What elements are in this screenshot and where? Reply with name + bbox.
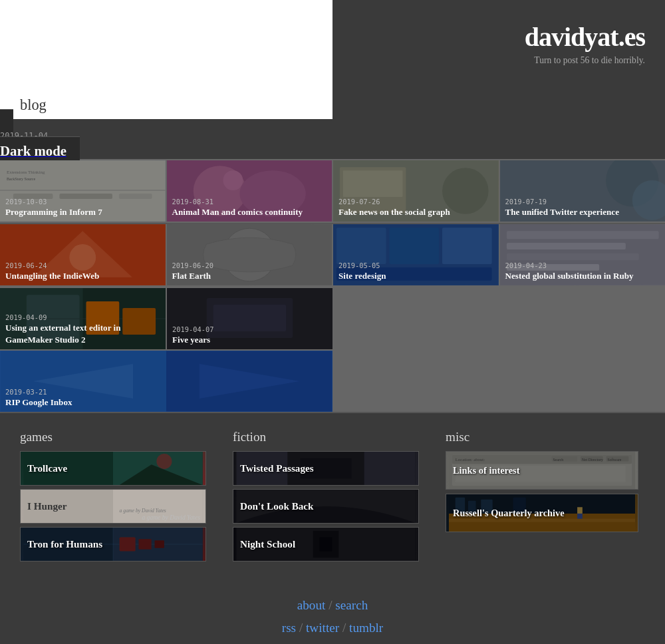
post-twitter-date: 2019-07-19 bbox=[505, 198, 660, 206]
post-googleinbox[interactable]: 2019-03-21 RIP Google Inbox bbox=[0, 351, 332, 412]
post-indieweb-date: 2019-06-24 bbox=[5, 261, 160, 269]
post-gamemakereditor-content: 2019-04-09 Using an external text editor… bbox=[0, 311, 166, 349]
top-left-blank bbox=[0, 0, 332, 86]
top-area: davidyat.es Turn to post 56 to die horri… bbox=[0, 0, 665, 86]
about-link[interactable]: about bbox=[297, 598, 326, 612]
post-flatearth-date: 2019-06-20 bbox=[172, 261, 327, 269]
page-container: davidyat.es Turn to post 56 to die horri… bbox=[0, 0, 665, 644]
game-ihunger[interactable]: a game by David Yates I Hunger a game by… bbox=[20, 489, 206, 524]
games-heading: games bbox=[20, 430, 213, 444]
post-twitter[interactable]: 2019-07-19 The unified Twitter experienc… bbox=[500, 160, 666, 222]
post-indieweb[interactable]: 2019-06-24 Untangling the IndieWeb bbox=[0, 224, 166, 285]
featured-post-date: 2019-11-04 bbox=[0, 131, 665, 140]
post-siteredesign[interactable]: 2019-05-05 Site redesign bbox=[333, 224, 499, 285]
post-inform7[interactable]: Extensions Thinking BackStory Source 201… bbox=[0, 160, 166, 222]
game-ihunger-label: I Hunger bbox=[27, 500, 67, 512]
post-googleinbox-date: 2019-03-21 bbox=[5, 388, 327, 396]
post-fiveyears-title: Five years bbox=[172, 335, 210, 345]
posts-grid-row2: 2019-06-24 Untangling the IndieWeb 2019-… bbox=[0, 223, 665, 287]
games-column: games Trollcave bbox=[0, 430, 226, 565]
fiction-nightschool-label: Night School bbox=[240, 538, 295, 550]
game-trollcave-label: Trollcave bbox=[27, 462, 67, 474]
top-right-header: davidyat.es Turn to post 56 to die horri… bbox=[332, 0, 665, 86]
footer: about / search rss / twitter / tumblr bbox=[0, 565, 665, 644]
post-indieweb-title: Untangling the IndieWeb bbox=[5, 271, 99, 281]
footer-sep1: / bbox=[329, 598, 335, 612]
footer-social-links: rss / twitter / tumblr bbox=[0, 621, 665, 635]
fiction-heading: fiction bbox=[233, 430, 432, 444]
blog-header-right bbox=[332, 86, 665, 119]
post-gamemakereditor[interactable]: 2019-04-09 Using an external text editor… bbox=[0, 288, 166, 349]
post-fiveyears-content: 2019-04-07 Five years bbox=[167, 323, 332, 349]
post-flatearth-title: Flat Earth bbox=[172, 271, 211, 281]
post-animalman[interactable]: 2019-08-31 Animal Man and comics continu… bbox=[167, 160, 332, 222]
blog-header-left: blog bbox=[0, 86, 332, 119]
post-siteredesign-title: Site redesign bbox=[338, 271, 386, 281]
footer-sep2: / bbox=[299, 621, 306, 635]
post-ruby-title: Nested global substitution in Ruby bbox=[505, 271, 634, 281]
post-flatearth-content: 2019-06-20 Flat Earth bbox=[167, 259, 332, 285]
blog-row: blog bbox=[0, 86, 665, 119]
post-googleinbox-title: RIP Google Inbox bbox=[5, 397, 72, 407]
bottom-area: games Trollcave bbox=[0, 413, 665, 565]
fiction-twisted-label: Twisted Passages bbox=[240, 462, 314, 474]
misc-links[interactable]: Location: about: Search Net Directory So… bbox=[446, 451, 638, 490]
post-fakenews[interactable]: 2019-07-26 Fake news on the social graph bbox=[333, 160, 499, 222]
misc-column: misc Location: about: Search Net Directo… bbox=[439, 430, 665, 565]
game-tronforhumans[interactable]: Tron for Humans bbox=[20, 527, 206, 562]
site-subtitle: Turn to post 56 to die horribly. bbox=[534, 55, 645, 66]
post-animalman-date: 2019-08-31 bbox=[172, 198, 327, 206]
post-fakenews-title: Fake news on the social graph bbox=[338, 207, 450, 217]
rss-link[interactable]: rss bbox=[282, 621, 296, 635]
misc-russell-label: Russell's Quarterly archive bbox=[453, 508, 565, 519]
post-siteredesign-content: 2019-05-05 Site redesign bbox=[333, 259, 499, 285]
blog-section-title: blog bbox=[20, 96, 313, 114]
post-fakenews-date: 2019-07-26 bbox=[338, 198, 493, 206]
post-animalman-title: Animal Man and comics continuity bbox=[172, 207, 303, 217]
post-flatearth[interactable]: 2019-06-20 Flat Earth bbox=[167, 224, 332, 285]
fiction-dontlookback-label: Don't Look Back bbox=[240, 500, 314, 512]
post-siteredesign-date: 2019-05-05 bbox=[338, 261, 493, 269]
misc-links-label: Links of interest bbox=[453, 465, 519, 476]
post-inform7-title: Programming in Inform 7 bbox=[5, 207, 102, 217]
featured-post-title: Dark mode bbox=[0, 143, 66, 158]
post-inform7-date: 2019-10-03 bbox=[5, 198, 160, 206]
misc-heading: misc bbox=[446, 430, 658, 444]
post-animalman-content: 2019-08-31 Animal Man and comics continu… bbox=[167, 195, 332, 222]
footer-sep3: / bbox=[342, 621, 349, 635]
site-title: davidyat.es bbox=[525, 21, 645, 53]
fiction-column: fiction Twisted Passages bbox=[226, 430, 439, 565]
game-tronforhumans-label: Tron for Humans bbox=[27, 538, 102, 550]
post-gamemakereditor-title: Using an external text editor in GameMak… bbox=[5, 323, 120, 345]
footer-about-search: about / search bbox=[0, 598, 665, 613]
post-ruby-content: 2019-04-23 Nested global substitution in… bbox=[500, 259, 666, 285]
fiction-twisted[interactable]: Twisted Passages bbox=[233, 451, 419, 486]
post-googleinbox-content: 2019-03-21 RIP Google Inbox bbox=[0, 385, 332, 412]
game-trollcave[interactable]: Trollcave bbox=[20, 451, 206, 486]
post-gamemakereditor-date: 2019-04-09 bbox=[5, 313, 160, 321]
post-fiveyears[interactable]: 2019-04-07 Five years bbox=[167, 288, 332, 349]
post-twitter-title: The unified Twitter experience bbox=[505, 207, 620, 217]
post-indieweb-content: 2019-06-24 Untangling the IndieWeb bbox=[0, 259, 166, 285]
post-ruby-date: 2019-04-23 bbox=[505, 261, 660, 269]
post-ruby[interactable]: 2019-04-23 Nested global substitution in… bbox=[500, 224, 666, 285]
misc-russell[interactable]: Russell's Quarterly archive bbox=[446, 494, 638, 532]
tumblr-link[interactable]: tumblr bbox=[349, 621, 383, 635]
game-ihunger-sub: a game by David Yates bbox=[142, 514, 200, 521]
post-twitter-content: 2019-07-19 The unified Twitter experienc… bbox=[500, 195, 666, 222]
fiction-nightschool[interactable]: Night School bbox=[233, 527, 419, 562]
posts-grid-row1: Extensions Thinking BackStory Source 201… bbox=[0, 159, 665, 223]
posts-grid-row3: 2019-04-09 Using an external text editor… bbox=[0, 287, 665, 413]
post-fakenews-content: 2019-07-26 Fake news on the social graph bbox=[333, 195, 499, 222]
post-inform7-content: 2019-10-03 Programming in Inform 7 bbox=[0, 195, 166, 222]
search-link[interactable]: search bbox=[335, 598, 368, 612]
twitter-link[interactable]: twitter bbox=[306, 621, 339, 635]
fiction-dontlookback[interactable]: Don't Look Back bbox=[233, 489, 419, 524]
post-fiveyears-date: 2019-04-07 bbox=[172, 325, 327, 333]
